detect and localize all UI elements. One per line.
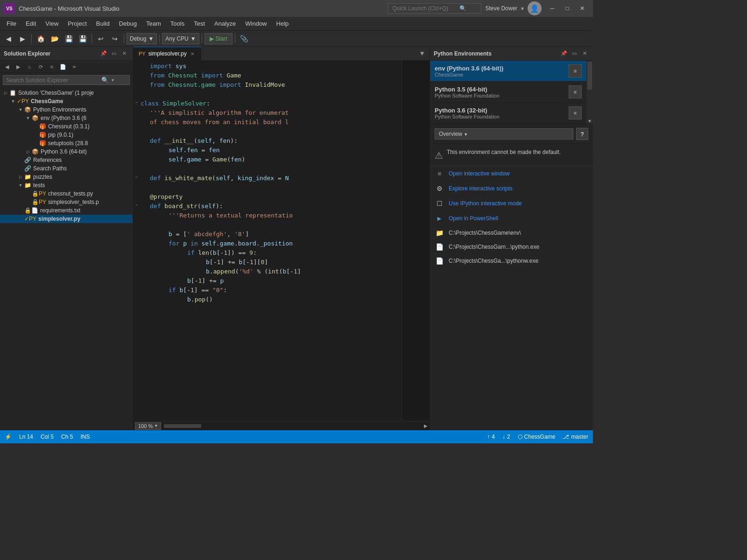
start-button[interactable]: ▶ Start [204, 33, 233, 44]
home-button[interactable]: 🏠 [34, 33, 47, 45]
menu-analyze[interactable]: Analyze [210, 18, 240, 29]
env-action-interactive[interactable]: ≡ Open interactive window [430, 166, 593, 181]
redo-button[interactable]: ↪ [108, 33, 121, 45]
minimize-button[interactable]: ─ [545, 3, 559, 14]
tree-pip[interactable]: 🎁 pip (9.0.1) [0, 131, 133, 139]
se-search-input[interactable] [6, 77, 99, 84]
menu-test[interactable]: Test [189, 18, 210, 29]
debug-config-dropdown[interactable]: Debug ▼ [127, 33, 157, 44]
env-path-env[interactable]: 📁 C:\Projects\ChessGame\env\ [430, 226, 593, 240]
menu-build[interactable]: Build [92, 18, 114, 29]
zoom-control[interactable]: 100 % ▼ [135, 422, 161, 430]
fold-button[interactable]: − [133, 175, 141, 184]
tree-tests[interactable]: ▼ 📁 tests [0, 181, 133, 189]
se-show-files-btn[interactable]: 📄 [58, 62, 68, 72]
se-back-btn[interactable]: ◀ [2, 62, 12, 72]
env-icon-btn-2[interactable]: ≡ [569, 85, 582, 98]
env-help-button[interactable]: ? [576, 128, 588, 140]
status-ln[interactable]: Ln 14 [19, 434, 33, 440]
env-action-scripts[interactable]: ⚙ Explore interactive scripts [430, 181, 593, 196]
fold-button[interactable] [133, 72, 141, 81]
env-action-ipython[interactable]: ☐ Use IPython interactive mode [430, 196, 593, 211]
tree-python364bit[interactable]: ▷ 📦 Python 3.6 (64-bit) [0, 147, 133, 156]
env-list-scrollbar[interactable]: ▼ [586, 61, 593, 124]
cpu-config-dropdown[interactable]: Any CPU ▼ [162, 33, 199, 44]
se-collapse-btn[interactable]: ≡ [47, 62, 57, 72]
env-item-python36-32[interactable]: Python 3.6 (32-bit) Python Software Foun… [430, 103, 586, 124]
env-path-pythonw[interactable]: 📄 C:\Projects\ChessGa...\pythonw.exe [430, 254, 593, 268]
tree-env-python36[interactable]: ▼ 📦 env (Python 3.6 (6 [0, 114, 133, 122]
se-home-btn[interactable]: ⌂ [24, 62, 35, 72]
env-scrollbar-thumb [587, 62, 592, 90]
status-col[interactable]: Col 5 [41, 434, 54, 440]
fold-button[interactable] [133, 63, 141, 72]
undo-button[interactable]: ↩ [94, 33, 107, 45]
menu-tools[interactable]: Tools [166, 18, 189, 29]
files-button[interactable]: 📂 [48, 33, 61, 45]
status-project[interactable]: ⬡ ChessGame [518, 434, 556, 440]
env-icon-btn-1[interactable]: ≡ [569, 64, 582, 77]
menu-file[interactable]: File [2, 18, 21, 29]
py-env-close-button[interactable]: ✕ [580, 49, 589, 58]
scroll-right-btn[interactable]: ▶ [424, 423, 428, 428]
fold-button[interactable]: − [133, 100, 141, 109]
close-button[interactable]: ✕ [575, 3, 589, 14]
forward-button[interactable]: ▶ [16, 33, 29, 45]
menu-team[interactable]: Team [141, 18, 166, 29]
menu-view[interactable]: View [41, 18, 63, 29]
tree-simplesolver-tests[interactable]: 🔒PY simplesolver_tests.p [0, 198, 133, 206]
ipython-icon: ☐ [435, 199, 444, 208]
se-search-box[interactable]: 🔍 ▼ [3, 75, 130, 85]
fold-button[interactable] [133, 81, 141, 91]
se-refresh-btn[interactable]: ⟳ [35, 62, 46, 72]
menu-help[interactable]: Help [272, 18, 294, 29]
tree-chessnut[interactable]: 🎁 Chessnut (0.3.1) [0, 122, 133, 131]
se-pin-button[interactable]: 📌 [99, 49, 108, 58]
tree-setuptools[interactable]: 🎁 setuptools (28.8 [0, 139, 133, 147]
se-forward-btn[interactable]: ▶ [13, 62, 23, 72]
menu-debug[interactable]: Debug [114, 18, 141, 29]
py-env-pin-button[interactable]: 📌 [559, 49, 569, 58]
quick-launch-search[interactable]: 🔍 [388, 3, 481, 14]
save-all-button[interactable]: 💾 [76, 33, 89, 45]
tree-solution[interactable]: ▷ 📋 Solution 'ChessGame' (1 proje [0, 89, 133, 97]
h-scrollbar-track[interactable] [164, 424, 421, 428]
env-item-python36-64[interactable]: env (Python 3.6 (64-bit)) ChessGame ≡ [430, 61, 586, 82]
tree-puzzles[interactable]: ▷ 📁 puzzles [0, 173, 133, 181]
code-scroll[interactable]: import sys from Chessnut import Game fro… [133, 61, 402, 421]
status-branch[interactable]: ⎇ master [563, 434, 588, 440]
tree-chessnut-tests[interactable]: 🔒PY chessnut_tests.py [0, 189, 133, 198]
tree-python-envs[interactable]: ▼ 📦 Python Environments [0, 105, 133, 114]
se-undock-button[interactable]: ▭ [109, 49, 119, 58]
menu-edit[interactable]: Edit [21, 18, 41, 29]
attach-button[interactable]: 📎 [238, 33, 251, 45]
status-ch[interactable]: Ch 5 [61, 434, 73, 440]
env-item-python35-64[interactable]: Python 3.5 (64-bit) Python Software Foun… [430, 82, 586, 103]
user-dropdown-icon[interactable]: ▼ [520, 6, 525, 11]
back-button[interactable]: ◀ [2, 33, 15, 45]
tree-simplesolver[interactable]: ✓PY simplesolver.py [0, 215, 133, 223]
menu-project[interactable]: Project [63, 18, 91, 29]
maximize-button[interactable]: □ [560, 3, 574, 14]
tab-simplesolver[interactable]: PY simplesolver.py ✕ [133, 47, 201, 60]
save-button[interactable]: 💾 [62, 33, 75, 45]
h-scrollbar-thumb[interactable] [164, 424, 201, 428]
tree-references[interactable]: 🔗 References [0, 156, 133, 164]
tree-requirements[interactable]: 🔒📄 requirements.txt [0, 206, 133, 215]
menu-window[interactable]: Window [240, 18, 271, 29]
se-close-button[interactable]: ✕ [120, 49, 129, 58]
env-dropdown[interactable]: Overview ▼ [435, 128, 573, 140]
env-icon-btn-3[interactable]: ≡ [569, 106, 582, 119]
env-action-powershell[interactable]: ► Open in PowerShell [430, 211, 593, 226]
tab-list-button[interactable]: ▼ [416, 48, 428, 59]
tree-chessgame[interactable]: ▼ ✓PY ChessGame [0, 97, 133, 105]
quick-launch-input[interactable] [392, 5, 458, 12]
tree-search-paths[interactable]: 🔗 Search Paths [0, 164, 133, 173]
env-path-python[interactable]: 📄 C:\Projects\ChessGam...\python.exe [430, 240, 593, 254]
fold-button[interactable]: − [133, 203, 141, 212]
se-more-btn[interactable]: ≫ [69, 62, 79, 72]
close-tab-button[interactable]: ✕ [190, 50, 195, 57]
py-env-undock-button[interactable]: ▭ [570, 49, 579, 58]
env-scroll-down-btn[interactable]: ▼ [587, 119, 592, 124]
se-search-dropdown-icon[interactable]: ▼ [111, 78, 115, 83]
